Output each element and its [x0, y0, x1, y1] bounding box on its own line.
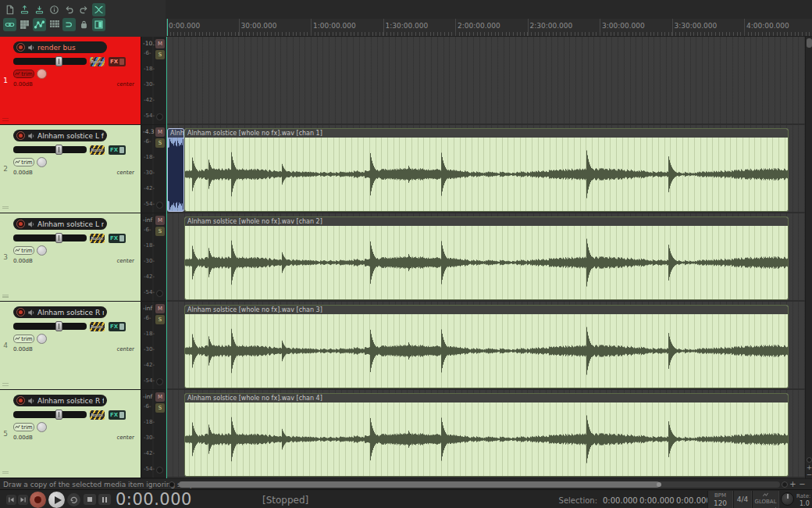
- fx-enable-led[interactable]: [119, 147, 124, 153]
- toolbar-mixer-dock-button[interactable]: [92, 18, 105, 31]
- pause-button[interactable]: [98, 494, 111, 505]
- vertical-scrollbar[interactable]: + −: [805, 37, 812, 478]
- mute-button[interactable]: M: [155, 127, 165, 137]
- track-panel-5[interactable]: 5Alnham solstice R frontRouteFXtrim0.00d…: [0, 390, 166, 478]
- route-button[interactable]: Route: [90, 234, 105, 243]
- track-name-bar[interactable]: Alnham solstice R front: [13, 395, 107, 406]
- media-item[interactable]: Alnhar: [167, 128, 184, 212]
- solo-button[interactable]: S: [155, 403, 165, 413]
- toolbar-auto-crossfade-button[interactable]: [92, 3, 105, 16]
- horizontal-scrollbar[interactable]: [179, 481, 780, 488]
- transport-time-display[interactable]: 0:00.000: [116, 490, 192, 508]
- panel-resize-grip[interactable]: [2, 471, 9, 475]
- volume-fader[interactable]: [13, 58, 87, 65]
- panel-resize-grip[interactable]: [2, 118, 9, 122]
- media-item[interactable]: Alnham solstice [whole no fx].wav [chan …: [184, 216, 789, 300]
- fx-button[interactable]: FX: [109, 410, 126, 420]
- track-panel-4[interactable]: 4Alnham solstice R rearRouteFXtrim0.00dB…: [0, 302, 166, 390]
- toolbar-new-project-button[interactable]: [3, 3, 16, 16]
- mute-button[interactable]: M: [155, 392, 165, 402]
- media-item[interactable]: Alnham solstice [whole no fx].wav [chan …: [184, 305, 789, 388]
- track-name-bar[interactable]: render bus: [13, 41, 107, 53]
- play-button[interactable]: [48, 492, 65, 508]
- track-name-bar[interactable]: Alnham solstice L rear: [13, 218, 107, 230]
- fx-enable-led[interactable]: [119, 412, 124, 418]
- selection-end-field[interactable]: 0:00.000: [639, 496, 678, 505]
- volume-fader-thumb[interactable]: [55, 321, 62, 331]
- track-name[interactable]: Alnham solstice L rear: [37, 220, 104, 228]
- pan-knob[interactable]: [37, 422, 47, 432]
- meter-option-knob[interactable]: [156, 467, 163, 474]
- record-button[interactable]: [30, 492, 46, 508]
- toolbar-item-grouping-button[interactable]: [3, 18, 16, 31]
- toolbar-open-project-button[interactable]: [18, 3, 31, 16]
- toolbar-redo-button[interactable]: [77, 3, 91, 16]
- go-to-end-button[interactable]: [18, 495, 28, 505]
- meter-option-knob[interactable]: [156, 202, 163, 209]
- stop-button[interactable]: [84, 494, 96, 505]
- pan-knob[interactable]: [37, 157, 47, 167]
- pan-knob[interactable]: [37, 245, 47, 256]
- track-name-bar[interactable]: Alnham solstice R rear: [13, 306, 107, 318]
- trim-envelope-button[interactable]: trim: [13, 246, 34, 255]
- pan-knob[interactable]: [37, 69, 47, 79]
- route-button[interactable]: Route: [90, 145, 105, 155]
- peak-readout[interactable]: -inf: [143, 216, 152, 224]
- selection-start-field[interactable]: 0:00.000: [603, 496, 642, 505]
- trim-envelope-button[interactable]: trim: [13, 423, 34, 431]
- panel-resize-grip[interactable]: [2, 295, 9, 299]
- panel-resize-grip[interactable]: [2, 383, 9, 387]
- mute-button[interactable]: M: [155, 304, 165, 313]
- record-arm-button[interactable]: [16, 43, 25, 52]
- route-button[interactable]: Route: [90, 57, 105, 66]
- vertical-zoom-knob[interactable]: [807, 457, 812, 463]
- volume-fader-thumb[interactable]: [55, 56, 62, 66]
- time-signature-cell[interactable]: 4/4: [733, 491, 752, 508]
- volume-fader-thumb[interactable]: [55, 233, 62, 243]
- toolbar-project-settings-button[interactable]: [48, 3, 61, 16]
- track-panel-3[interactable]: 3Alnham solstice L rearRouteFXtrim0.00dB…: [0, 213, 166, 302]
- media-item[interactable]: Alnham solstice [whole no fx].wav [chan …: [184, 128, 789, 212]
- fx-enable-led[interactable]: [119, 235, 124, 241]
- peak-readout[interactable]: -inf: [143, 393, 152, 400]
- trim-envelope-button[interactable]: trim: [13, 158, 34, 166]
- toolbar-envelope-points-button[interactable]: [33, 18, 46, 31]
- record-arm-button[interactable]: [16, 308, 25, 317]
- meter-option-knob[interactable]: [156, 290, 163, 297]
- fx-button[interactable]: FX: [109, 57, 126, 66]
- bpm-cell[interactable]: BPM 120: [707, 491, 733, 508]
- horizontal-zoom-in-button[interactable]: +: [789, 480, 797, 488]
- vertical-zoom-out-button[interactable]: −: [806, 470, 812, 478]
- go-to-start-button[interactable]: [6, 495, 16, 505]
- fx-enable-led[interactable]: [119, 59, 124, 65]
- time-signature-value[interactable]: 4/4: [734, 491, 751, 508]
- global-automation-cell[interactable]: GLOBAL none: [752, 491, 779, 508]
- media-item[interactable]: Alnham solstice [whole no fx].wav [chan …: [184, 393, 789, 477]
- fx-button[interactable]: FX: [109, 145, 126, 155]
- toolbar-snap-grid-button[interactable]: [48, 18, 61, 31]
- track-name[interactable]: Alnham solstice R front: [37, 397, 104, 405]
- trim-envelope-button[interactable]: trim: [13, 70, 34, 78]
- track-panel-2[interactable]: 2Alnham solstice L frontRouteFXtrim0.00d…: [0, 125, 166, 213]
- playrate-knob[interactable]: [781, 492, 794, 506]
- track-name-bar[interactable]: Alnham solstice L front: [13, 130, 107, 141]
- arrange-view[interactable]: AlnharAlnham solstice [whole no fx].wav …: [166, 37, 805, 478]
- fx-button[interactable]: FX: [109, 234, 126, 243]
- route-button[interactable]: Route: [90, 410, 105, 420]
- horizontal-scrollbar-thumb[interactable]: [179, 481, 660, 488]
- peak-readout[interactable]: -4.3: [143, 128, 155, 135]
- volume-fader[interactable]: [13, 411, 87, 418]
- record-arm-button[interactable]: [16, 131, 25, 140]
- track-name[interactable]: Alnham solstice L front: [37, 132, 104, 140]
- track-name[interactable]: render bus: [37, 44, 76, 52]
- route-button[interactable]: Route: [90, 322, 105, 331]
- solo-button[interactable]: S: [155, 138, 165, 148]
- volume-fader-thumb[interactable]: [55, 410, 62, 420]
- solo-button[interactable]: S: [155, 227, 165, 236]
- horizontal-zoom-out-button[interactable]: −: [798, 480, 807, 488]
- volume-fader[interactable]: [13, 146, 87, 153]
- meter-option-knob[interactable]: [156, 378, 163, 385]
- track-name[interactable]: Alnham solstice R rear: [37, 309, 104, 317]
- toolbar-locking-button[interactable]: [77, 18, 91, 31]
- repeat-button[interactable]: [67, 493, 80, 506]
